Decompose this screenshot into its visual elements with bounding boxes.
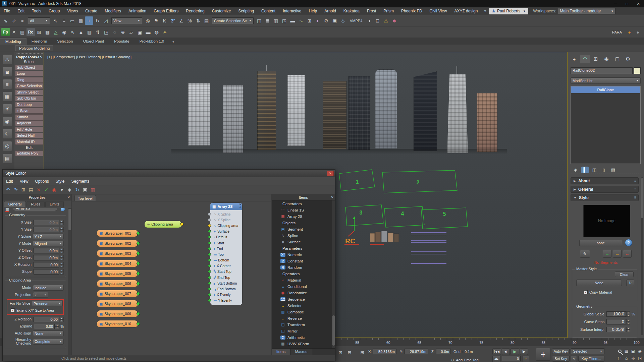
- output-dot[interactable]: [137, 322, 140, 325]
- output-dot[interactable]: [137, 252, 140, 255]
- y-coordinate-field[interactable]: [405, 349, 428, 354]
- array-input-slot[interactable]: ▮ X Evenly: [210, 292, 242, 298]
- plus-circle-icon[interactable]: ⊕: [119, 28, 127, 36]
- array-input-slot[interactable]: ▬ Bottom: [210, 257, 242, 263]
- top-level-tab[interactable]: Top level: [74, 195, 96, 201]
- rappatools-button[interactable]: Material ID: [15, 139, 43, 145]
- ribbon-tab[interactable]: Populate: [109, 38, 134, 45]
- snowflake-icon[interactable]: ✕: [10, 28, 18, 36]
- ribbon-collapse-icon[interactable]: ▾: [169, 39, 177, 45]
- array-input-slot[interactable]: ▮ End: [210, 246, 242, 251]
- rappatools-button[interactable]: Sub Object: [15, 65, 43, 70]
- segment-node[interactable]: ▣ Skyscraper_003: [97, 250, 138, 257]
- node-graph-canvas[interactable]: Top level ▣ Skyscraper_001 ▣ Skyscraper_…: [72, 194, 271, 355]
- items-tree-row[interactable]: R Random: [272, 264, 332, 270]
- properties-scrollbar[interactable]: [68, 208, 71, 355]
- menu-item[interactable]: Interactive: [279, 7, 305, 15]
- corner-box-icon[interactable]: ◳: [102, 28, 110, 36]
- menu-item[interactable]: Animation: [125, 7, 150, 15]
- display-icon[interactable]: ▣: [81, 186, 89, 193]
- flower-icon[interactable]: ∗: [390, 16, 398, 25]
- output-dot[interactable]: [137, 292, 140, 295]
- no-slice-dropdown[interactable]: Preserve▼: [32, 301, 63, 306]
- segment-node[interactable]: ▣ Skyscraper_004: [97, 260, 138, 267]
- remove-modifier-icon[interactable]: ▯: [600, 167, 607, 173]
- input-dot[interactable]: [208, 213, 211, 216]
- copy-material-checkbox[interactable]: ✓ Copy Material: [582, 290, 612, 294]
- rollout-general[interactable]: ▶ General ⠿: [571, 186, 639, 193]
- select-rotate-icon[interactable]: ↻: [93, 16, 102, 25]
- input-dot[interactable]: [208, 241, 211, 244]
- menu-item[interactable]: Group: [45, 7, 63, 15]
- render-production-icon[interactable]: ♨: [339, 16, 347, 25]
- scene-explorer-icon[interactable]: ◳: [280, 16, 288, 25]
- teapot-icon[interactable]: ♨: [2, 54, 12, 64]
- edit-style-button[interactable]: ✎: [580, 250, 590, 258]
- light-lister-icon[interactable]: ☀: [2, 104, 12, 114]
- y-mode-dropdown[interactable]: Aligned▼: [33, 241, 64, 246]
- spinner[interactable]: ▲▼: [60, 255, 64, 260]
- input-dot[interactable]: [208, 299, 211, 302]
- segment-node[interactable]: ▣ Skyscraper_006: [97, 280, 138, 287]
- configure-modifier-icon[interactable]: ▨: [609, 167, 617, 173]
- select-by-name-icon[interactable]: ≡: [60, 16, 68, 25]
- workspace-selector[interactable]: Main Toolbar - modular ▼: [558, 8, 615, 14]
- absolute-offset-icon[interactable]: ⊞: [359, 349, 366, 356]
- menu-item[interactable]: Phoenix FD: [397, 7, 426, 15]
- redo-icon[interactable]: ↷: [12, 186, 19, 193]
- input-dot[interactable]: [208, 276, 211, 279]
- pin-icon[interactable]: ◈: [66, 186, 73, 193]
- object-name-field[interactable]: RailClone002: [571, 67, 633, 74]
- copy-icon[interactable]: ⊞: [19, 186, 27, 193]
- orbit-icon[interactable]: ◉: [637, 348, 643, 354]
- node-collapse-icon[interactable]: ✕▴: [239, 203, 241, 208]
- rendered-frame-icon[interactable]: ▣: [330, 16, 339, 25]
- output-dot[interactable]: [137, 282, 140, 285]
- grid-window-icon[interactable]: ▥: [85, 28, 94, 36]
- show-end-result-icon[interactable]: ▌: [581, 167, 589, 173]
- style-editor-menu-item[interactable]: Style: [52, 179, 68, 184]
- array-input-slot[interactable]: ▬ Y Evenly: [210, 298, 242, 303]
- motion-tab-icon[interactable]: ◉: [601, 55, 611, 63]
- hierarchy-dropdown[interactable]: Complete▼: [33, 339, 64, 345]
- spinner[interactable]: ▲▼: [60, 317, 64, 322]
- set-key-button[interactable]: Set Key: [552, 356, 570, 362]
- items-tab[interactable]: Macros: [290, 349, 312, 355]
- menu-item[interactable]: Views: [63, 7, 82, 15]
- angle-snap-icon[interactable]: ∠: [177, 16, 185, 25]
- items-tree-row[interactable]: → Selector: [272, 302, 332, 309]
- delete-icon[interactable]: ✕: [35, 186, 43, 193]
- pin-stack-icon[interactable]: ◈: [572, 167, 579, 173]
- ribbon-tab[interactable]: Modeling: [0, 38, 26, 45]
- modify-tab-icon[interactable]: ◠: [580, 55, 590, 63]
- menu-item[interactable]: Arnold: [321, 7, 340, 15]
- rappatools-button[interactable]: Grow Selection: [15, 83, 43, 89]
- render-window-icon[interactable]: ◙: [2, 67, 12, 77]
- viewport-label[interactable]: [+] [Perspective] [User Defined] [Defaul…: [47, 55, 131, 59]
- rappatools-button[interactable]: Ring: [15, 77, 43, 83]
- rectangular-region-icon[interactable]: ▭: [68, 16, 76, 25]
- array-input-slot[interactable]: ▬ Top: [210, 251, 242, 257]
- rappatools-button[interactable]: Loop: [15, 71, 43, 76]
- ribbon-toggle-icon[interactable]: ▬: [288, 16, 297, 25]
- display-tab-icon[interactable]: ▢: [612, 55, 622, 63]
- y-offset-field[interactable]: [33, 248, 59, 253]
- named-selection-icon[interactable]: ▤: [202, 16, 211, 25]
- menu-item[interactable]: Customize: [208, 7, 235, 15]
- object-color-swatch[interactable]: [634, 67, 641, 74]
- select-scale-icon[interactable]: ◿: [102, 16, 110, 25]
- ribbon-tab[interactable]: Freeform: [26, 38, 52, 45]
- maximize-button[interactable]: □: [621, 0, 633, 7]
- array-input-slot[interactable]: ◈ Surface: [210, 229, 242, 234]
- bar-icon[interactable]: ▬: [144, 28, 152, 36]
- zoom-extents-icon[interactable]: ▣: [630, 348, 636, 354]
- close-icon[interactable]: ✕: [327, 171, 334, 176]
- zoom-all-icon[interactable]: ▦: [623, 348, 630, 354]
- select-manipulate-icon[interactable]: ⚑: [152, 16, 160, 25]
- add-time-tag[interactable]: ◇ Add Time Tag: [451, 358, 479, 362]
- updown-icon[interactable]: ⇅: [94, 28, 102, 36]
- output-dot[interactable]: [137, 242, 140, 245]
- schematic-view-icon[interactable]: ⊞: [305, 16, 314, 25]
- items-tree-row[interactable]: X² Numeric: [272, 251, 332, 258]
- video-post-icon[interactable]: ◎: [2, 141, 12, 151]
